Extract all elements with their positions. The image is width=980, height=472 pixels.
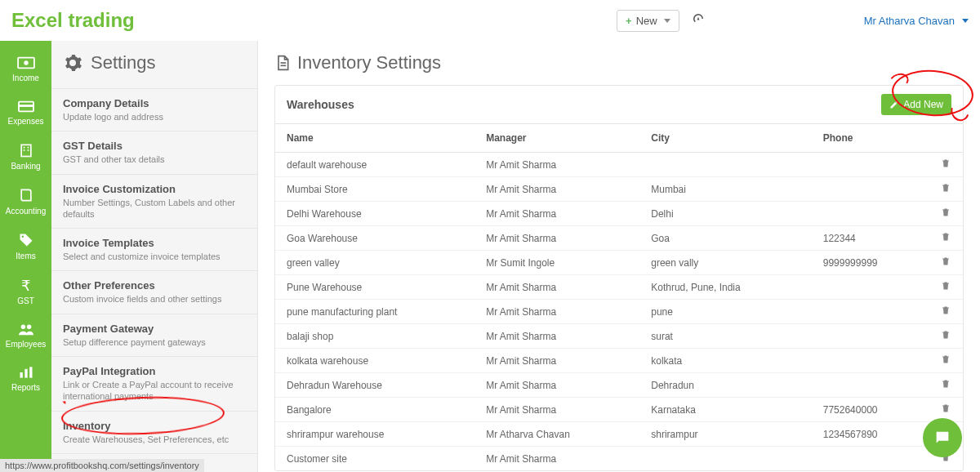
nav-label: Expenses xyxy=(0,117,51,126)
col-city: City xyxy=(639,124,812,153)
user-menu[interactable]: Mr Atharva Chavan xyxy=(864,15,969,27)
cell-manager: Mr Amit Sharma xyxy=(474,398,639,422)
dashboard-icon[interactable] xyxy=(691,11,706,30)
cell-phone: 122344 xyxy=(812,226,929,251)
settings-menu-item-company-details[interactable]: Company DetailsUpdate logo and address xyxy=(51,88,257,131)
chat-fab[interactable] xyxy=(923,418,962,457)
col-phone: Phone xyxy=(812,124,929,153)
nav-expenses[interactable]: Expenses xyxy=(0,91,51,134)
settings-menu-item-invoice-customization[interactable]: Invoice CustomizationNumber Settings, Cu… xyxy=(51,174,257,229)
cell-phone xyxy=(812,300,929,324)
cell-manager: Mr Amit Sharma xyxy=(474,300,639,324)
new-label: New xyxy=(636,15,657,27)
delete-button[interactable] xyxy=(929,275,963,300)
cell-manager: Mr Amit Sharma xyxy=(474,275,639,300)
delete-button[interactable] xyxy=(929,324,963,349)
svg-rect-12 xyxy=(20,372,22,378)
panel-title: Warehouses xyxy=(287,98,354,111)
cell-phone xyxy=(812,447,929,471)
nav-employees[interactable]: Employees xyxy=(0,314,51,357)
nav-label: Employees xyxy=(0,340,51,349)
nav-accounting[interactable]: Accounting xyxy=(0,179,51,224)
user-name: Mr Atharva Chavan xyxy=(864,15,955,27)
menu-item-subtitle: Update logo and address xyxy=(63,111,246,122)
cell-name: green valley xyxy=(275,251,474,275)
cell-name: balaji shop xyxy=(275,324,474,349)
settings-menu-item-other-preferences[interactable]: Other PreferencesCustom invoice fields a… xyxy=(51,270,257,313)
nav-reports[interactable]: Reports xyxy=(0,357,51,400)
trash-icon xyxy=(941,207,951,218)
tag-icon xyxy=(18,232,34,248)
settings-menu-item-inventory[interactable]: InventoryCreate Warehouses, Set Preferen… xyxy=(51,411,257,453)
cell-city: Dehradun xyxy=(639,373,812,398)
settings-menu-item-gst-details[interactable]: GST DetailsGST and other tax details xyxy=(51,131,257,173)
delete-button[interactable] xyxy=(929,202,963,226)
plus-icon: + xyxy=(626,15,632,27)
nav-label: Items xyxy=(0,252,51,260)
cell-phone xyxy=(812,177,929,202)
delete-button[interactable] xyxy=(929,300,963,324)
cell-name: default warehouse xyxy=(275,153,474,177)
delete-button[interactable] xyxy=(929,349,963,373)
menu-item-title: Company Details xyxy=(63,97,246,109)
leftnav: Income Expenses Banking Accounting Items… xyxy=(0,41,51,472)
trash-icon xyxy=(941,182,951,194)
warehouses-panel: Warehouses Add New Name Manager City Pho… xyxy=(274,85,964,471)
nav-label: Reports xyxy=(0,383,51,392)
cell-name: Goa Warehouse xyxy=(275,226,474,251)
nav-gst[interactable]: ₹ GST xyxy=(0,269,51,314)
table-row: Delhi WarehouseMr Amit SharmaDelhi xyxy=(275,202,963,226)
delete-button[interactable] xyxy=(929,226,963,251)
table-row: Customer siteMr Amit Sharma xyxy=(275,447,963,471)
delete-button[interactable] xyxy=(929,153,963,177)
nav-items[interactable]: Items xyxy=(0,224,51,269)
menu-item-subtitle: Create Warehouses, Set Preferences, etc xyxy=(63,434,246,445)
table-row: pune manufacturing plantMr Amit Sharmapu… xyxy=(275,300,963,324)
chat-icon xyxy=(933,429,951,447)
cell-name: Dehradun Warehouse xyxy=(275,373,474,398)
table-row: BangaloreMr Amit SharmaKarnataka77526400… xyxy=(275,398,963,422)
cell-name: Pune Warehouse xyxy=(275,275,474,300)
cell-name: kolkata warehouse xyxy=(275,349,474,373)
nav-income[interactable]: Income xyxy=(0,47,51,91)
caret-down-icon xyxy=(962,19,969,23)
settings-menu-item-payment-gateway[interactable]: Payment GatewaySetup difference payment … xyxy=(51,314,257,356)
svg-rect-6 xyxy=(27,147,29,149)
add-new-button[interactable]: Add New xyxy=(881,94,951,115)
brand-title: Excel trading xyxy=(11,9,135,32)
card-icon xyxy=(17,99,35,114)
delete-button[interactable] xyxy=(929,251,963,275)
menu-item-title: Payment Gateway xyxy=(63,323,246,335)
svg-rect-7 xyxy=(23,149,24,151)
delete-button[interactable] xyxy=(929,177,963,202)
topbar: Excel trading + New Mr Atharva Chavan xyxy=(0,0,980,41)
cell-city: Mumbai xyxy=(639,177,812,202)
cell-name: Mumbai Store xyxy=(275,177,474,202)
settings-panel: Settings Company DetailsUpdate logo and … xyxy=(51,41,258,472)
document-icon xyxy=(274,54,291,72)
new-button[interactable]: + New xyxy=(617,10,679,32)
cell-phone xyxy=(812,349,929,373)
nav-label: GST xyxy=(0,296,51,305)
nav-banking[interactable]: Banking xyxy=(0,134,51,179)
book-icon xyxy=(18,187,34,203)
cell-city: surat xyxy=(639,324,812,349)
settings-menu-item-invoice-templates[interactable]: Invoice TemplatesSelect and customize in… xyxy=(51,228,257,270)
svg-rect-13 xyxy=(24,369,27,378)
menu-item-subtitle: Select and customize invoice templates xyxy=(63,251,246,262)
svg-point-1 xyxy=(24,60,28,65)
settings-menu-item-paypal-integration[interactable]: PayPal IntegrationLink or Create a PayPa… xyxy=(51,356,257,411)
nav-label: Banking xyxy=(0,162,51,171)
cell-city: Kothrud, Pune, India xyxy=(639,275,812,300)
cell-city: shrirampur xyxy=(639,422,812,447)
settings-heading: Settings xyxy=(51,41,257,88)
cell-city: pune xyxy=(639,300,812,324)
delete-button[interactable] xyxy=(929,373,963,398)
cell-name: Customer site xyxy=(275,447,474,471)
chart-icon xyxy=(18,365,34,380)
cell-name: Bangalore xyxy=(275,398,474,422)
edit-icon xyxy=(889,100,899,109)
svg-rect-14 xyxy=(29,367,32,377)
trash-icon xyxy=(941,305,951,316)
cell-phone: 1234567890 xyxy=(812,422,929,447)
